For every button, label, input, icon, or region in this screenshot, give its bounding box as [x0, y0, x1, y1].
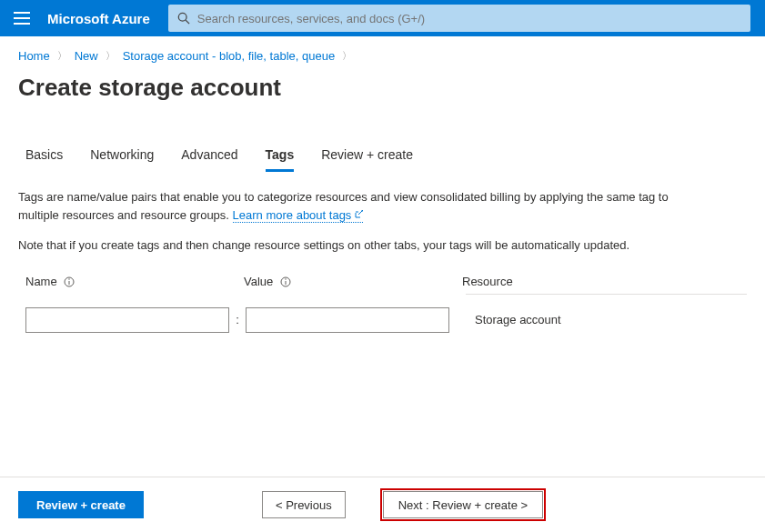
external-link-icon	[354, 210, 363, 219]
tab-basics[interactable]: Basics	[25, 147, 63, 172]
learn-more-link[interactable]: Learn more about tags	[233, 208, 364, 223]
chevron-right-icon: 〉	[106, 49, 116, 63]
page-title: Create storage account	[0, 63, 765, 102]
breadcrumb: Home 〉 New 〉 Storage account - blob, fil…	[0, 36, 765, 63]
search-input[interactable]	[197, 12, 741, 25]
previous-button[interactable]: < Previous	[262, 491, 346, 518]
breadcrumb-storage[interactable]: Storage account - blob, file, table, que…	[123, 49, 335, 63]
tab-tags[interactable]: Tags	[266, 147, 295, 172]
tab-networking[interactable]: Networking	[90, 147, 154, 172]
footer-bar: Review + create < Previous Next : Review…	[0, 477, 765, 532]
info-icon[interactable]	[280, 276, 291, 287]
next-button-highlight: Next : Review + create >	[380, 488, 546, 521]
svg-point-7	[285, 278, 286, 279]
search-icon	[177, 12, 190, 25]
tags-note: Note that if you create tags and then ch…	[0, 224, 710, 255]
tab-advanced[interactable]: Advanced	[181, 147, 237, 172]
svg-line-1	[186, 20, 189, 24]
hamburger-menu[interactable]	[0, 0, 44, 36]
svg-point-0	[178, 13, 186, 21]
info-icon[interactable]	[64, 276, 75, 287]
tab-review-create[interactable]: Review + create	[321, 147, 413, 172]
tag-value-input[interactable]	[246, 307, 449, 333]
column-resource-label: Resource	[462, 275, 513, 288]
tags-description: Tags are name/value pairs that enable yo…	[0, 172, 710, 224]
column-name-label: Name	[25, 275, 57, 288]
tags-table: Name Value Resource : Storage account	[0, 255, 765, 333]
tag-resource-text: Storage account	[449, 313, 561, 326]
column-value-label: Value	[244, 275, 273, 288]
review-create-button[interactable]: Review + create	[18, 491, 144, 518]
top-bar: Microsoft Azure	[0, 0, 765, 36]
tags-table-header: Name Value Resource	[25, 275, 747, 288]
tab-bar: Basics Networking Advanced Tags Review +…	[0, 102, 765, 172]
next-button[interactable]: Next : Review + create >	[383, 491, 543, 518]
search-box[interactable]	[168, 5, 750, 32]
chevron-right-icon: 〉	[57, 49, 67, 63]
chevron-right-icon: 〉	[342, 49, 352, 63]
svg-point-4	[69, 278, 70, 279]
breadcrumb-home[interactable]: Home	[18, 49, 50, 63]
hamburger-icon	[14, 12, 30, 25]
tag-colon: :	[229, 313, 246, 326]
tag-name-input[interactable]	[25, 307, 229, 333]
tag-row: : Storage account	[25, 307, 747, 333]
divider	[466, 294, 747, 295]
brand-label: Microsoft Azure	[47, 11, 150, 26]
breadcrumb-new[interactable]: New	[75, 49, 98, 63]
